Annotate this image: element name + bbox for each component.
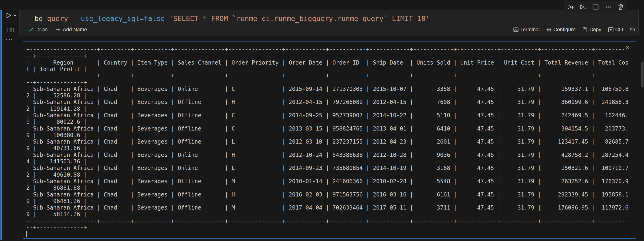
execution-duration: 2.4s	[38, 27, 48, 33]
split-cell-icon	[592, 4, 599, 11]
terminal-button[interactable]: Terminal	[513, 27, 540, 33]
plus-icon	[56, 27, 61, 32]
ellipsis-icon	[605, 4, 612, 11]
close-terminal-button[interactable]	[624, 44, 631, 51]
ellipsis-dot	[8, 39, 10, 40]
success-check-icon	[28, 27, 34, 33]
configure-button[interactable]: Configure	[546, 27, 576, 33]
copy-button[interactable]: Copy	[582, 27, 601, 33]
output-more-button[interactable]	[6, 39, 12, 40]
terminal-icon	[513, 27, 519, 32]
execute-below-button[interactable]	[580, 4, 586, 11]
play-icon	[5, 12, 12, 19]
execution-count: [2]	[6, 27, 15, 33]
play-down-icon	[580, 4, 586, 11]
notebook-cell: bq query --use_legacy_sql=false 'SELECT …	[19, 10, 639, 36]
copy-icon	[582, 27, 588, 32]
split-cell-button[interactable]	[592, 4, 599, 11]
terminal-cursor	[26, 231, 27, 237]
chevron-down-icon	[14, 15, 16, 17]
cli-icon	[608, 27, 614, 33]
scrollbar-thumb[interactable]	[641, 63, 644, 87]
play-up-icon	[567, 4, 574, 11]
gear-icon	[546, 27, 552, 32]
terminal-output[interactable]: +--------------------+---------+--------…	[26, 46, 628, 231]
add-name-button[interactable]: Add Name	[63, 27, 87, 33]
cell-status-bar-right: Terminal Configure Copy CLI sh	[513, 26, 635, 33]
close-icon	[625, 45, 630, 50]
more-actions-button[interactable]	[605, 4, 612, 11]
cell-focus-indicator	[0, 10, 2, 240]
trash-icon	[617, 4, 624, 11]
cell-toolbar	[564, 1, 627, 13]
delete-cell-button[interactable]	[617, 4, 624, 11]
run-cell-button[interactable]	[5, 11, 17, 20]
code-line[interactable]: bq query --use_legacy_sql=false 'SELECT …	[34, 14, 430, 24]
ellipsis-dot	[6, 39, 7, 40]
ellipsis-dot	[11, 39, 12, 40]
execute-above-button[interactable]	[567, 4, 574, 11]
language-label[interactable]: sh	[630, 27, 635, 33]
cell-status-bar-left: 2.4s Add Name	[28, 26, 87, 33]
cli-button[interactable]: CLI	[608, 27, 623, 33]
